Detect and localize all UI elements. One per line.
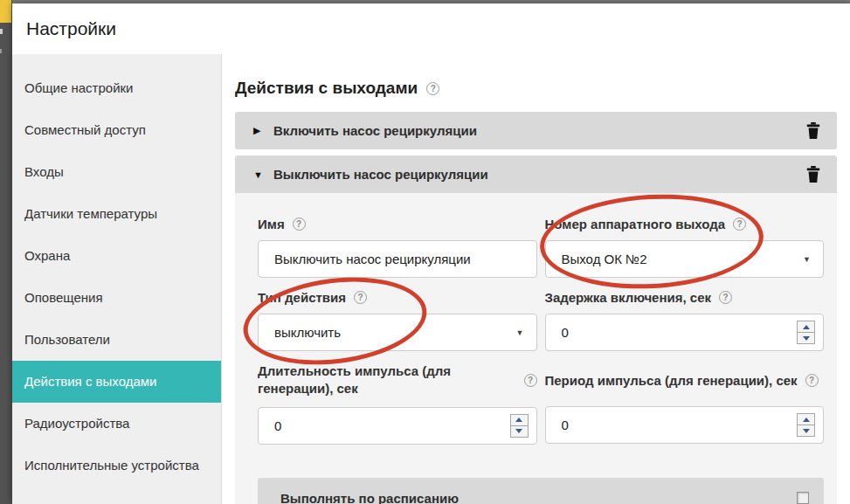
trash-icon[interactable] [806,122,820,139]
field-label: Длительность импульса (для генерации), с… [258,362,470,398]
sidebar-item-notifications[interactable]: Оповещения [12,277,221,319]
stepper-down-button[interactable] [511,426,528,437]
arrow-up-icon [803,418,810,422]
delay-value: 0 [562,325,798,340]
field-delay: Задержка включения, сек ? 0 [545,289,825,351]
pulse-period-input[interactable]: 0 [545,406,825,444]
field-label-row: Задержка включения, сек ? [545,289,825,305]
help-icon[interactable]: ? [719,291,732,304]
sidebar-item-security[interactable]: Охрана [12,235,221,277]
arrow-up-icon [515,418,522,422]
sidebar-item-users[interactable]: Пользователи [12,319,221,361]
dialog-header: Настройки [12,3,850,54]
arrow-up-icon [803,325,810,329]
field-action-type: Тип действия ? выключить ▼ [258,289,537,351]
help-icon[interactable]: ? [805,374,819,387]
action-type-value: выключить [274,325,509,340]
dialog-body: Общие настройки Совместный доступ Входы … [12,54,850,504]
arrow-down-icon [803,336,810,341]
dropdown-arrow-icon: ▼ [516,328,524,337]
background-left-strip [0,0,12,504]
form-grid: Имя ? Выключить насос рециркуляции Номер… [258,216,824,456]
stepper-up-button[interactable] [798,321,814,333]
sidebar-item-shared-access[interactable]: Совместный доступ [12,109,221,151]
arrow-down-icon [515,429,522,433]
accordion-label: Выключить насос рециркуляции [273,167,488,182]
delay-input[interactable]: 0 [545,314,825,351]
accordion-enable-pump[interactable]: ▶ Включить насос рециркуляции [235,112,837,149]
background-artifact [0,49,2,53]
help-icon[interactable]: ? [426,82,439,95]
pulse-duration-value: 0 [274,418,510,433]
dialog-title: Настройки [26,18,116,39]
accordion-disable-pump[interactable]: ▼ Выключить насос рециркуляции [235,155,837,193]
field-pulse-duration: Длительность импульса (для генерации), с… [258,362,537,445]
help-icon[interactable]: ? [733,217,746,231]
stepper-up-button[interactable] [511,415,528,426]
output-actions-page: Действия с выходами ? ▶ Включить насос р… [222,54,850,504]
field-label: Имя [258,217,285,231]
accordion-content: Имя ? Выключить насос рециркуляции Номер… [235,193,837,504]
background-artifact [0,29,3,34]
chevron-down-icon: ▼ [253,169,264,180]
sidebar-item-general[interactable]: Общие настройки [12,67,221,109]
field-label: Период импульса (для генерации), сек [545,373,798,388]
schedule-label: Выполнять по расписанию [280,491,459,504]
background-yellow-fragment [0,0,11,23]
field-name: Имя ? Выключить насос рециркуляции [258,216,537,278]
field-label-row: Длительность импульса (для генерации), с… [258,362,537,398]
field-hardware-output: Номер аппаратного выхода ? Выход ОК №2 ▼ [545,216,825,278]
arrow-down-icon [803,429,810,433]
settings-sidebar: Общие настройки Совместный доступ Входы … [12,54,222,504]
sidebar-item-actuators[interactable]: Исполнительные устройства [12,445,221,487]
stepper-down-button[interactable] [798,333,814,343]
field-label-row: Период импульса (для генерации), сек ? [545,362,825,397]
accordion-label: Включить насос рециркуляции [273,123,477,138]
name-input[interactable]: Выключить насос рециркуляции [258,240,537,278]
field-label: Тип действия [258,290,346,305]
help-icon[interactable]: ? [354,291,367,304]
schedule-panel-header[interactable]: Выполнять по расписанию [258,478,824,504]
hardware-output-value: Выход ОК №2 [562,252,797,266]
sidebar-item-output-actions[interactable]: Действия с выходами [12,361,221,403]
hardware-output-select[interactable]: Выход ОК №2 ▼ [545,240,825,278]
field-label: Задержка включения, сек [545,290,712,305]
field-pulse-period: Период импульса (для генерации), сек ? 0 [545,362,825,445]
trash-icon[interactable] [806,166,820,183]
name-value: Выключить насос рециркуляции [274,252,529,266]
number-stepper [797,413,815,437]
field-label-row: Номер аппаратного выхода ? [545,216,825,231]
page-title: Действия с выходами [235,79,418,98]
dropdown-arrow-icon: ▼ [803,255,811,264]
schedule-checkbox[interactable] [797,492,809,504]
sidebar-item-temp-sensors[interactable]: Датчики температуры [12,193,221,235]
pulse-duration-input[interactable]: 0 [258,407,537,445]
stepper-down-button[interactable] [798,425,814,436]
sidebar-item-inputs[interactable]: Входы [12,151,221,193]
chevron-right-icon: ▶ [253,125,264,136]
stepper-up-button[interactable] [798,414,814,425]
field-label-row: Тип действия ? [258,289,537,305]
help-icon[interactable]: ? [524,374,537,387]
action-type-select[interactable]: выключить ▼ [258,314,537,351]
page-title-row: Действия с выходами ? [235,79,837,98]
sidebar-item-radio-devices[interactable]: Радиоустройства [12,403,221,445]
pulse-period-value: 0 [562,418,798,432]
number-stepper [797,321,815,344]
field-label: Номер аппаратного выхода [545,217,726,231]
number-stepper [510,414,529,438]
field-label-row: Имя ? [258,216,537,231]
help-icon[interactable]: ? [293,217,306,231]
settings-dialog: Настройки Общие настройки Совместный дос… [12,3,850,504]
